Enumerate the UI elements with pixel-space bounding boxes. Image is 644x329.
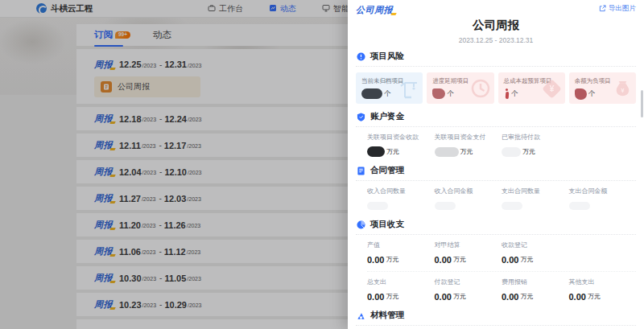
stat-label: 收入合同金额 (435, 187, 502, 195)
date-end: 11.26 (164, 220, 186, 230)
stat-field: 对甲结算 0.00万元 (435, 241, 502, 265)
stat-unit: 万元 (386, 147, 399, 156)
pie-chart-icon (356, 220, 365, 229)
stat-fields: 收入合同数量 收入合同金额 支出合同数量 支出合同金额 (356, 187, 636, 212)
stat-fields: 总支出 0.00万元 付款登记 0.00万元 费用报销 0.00万元 其他支出 … (356, 278, 636, 302)
stat-unit: 万元 (453, 255, 466, 264)
date-year: /2023 (187, 248, 201, 255)
stat-field: 支出合同金额 (569, 187, 637, 212)
weekly-report-logo: 周报 (94, 192, 113, 204)
count-badge: 99+ (115, 31, 130, 39)
date-year: /2023 (187, 274, 201, 282)
section-header: 项目收支 (356, 219, 636, 230)
stat-label: 付款登记 (435, 278, 502, 286)
date-year: /2023 (188, 301, 202, 308)
stat-label: 费用报销 (502, 278, 569, 286)
tab-subscriptions[interactable]: 订阅 99+ (94, 29, 130, 41)
stat-field: 收入合同金额 (435, 187, 502, 212)
section-header: 材料管理 (356, 310, 636, 321)
drawer-scrollbar[interactable] (641, 90, 643, 117)
stat-label: 支出合同数量 (502, 187, 569, 195)
stat-fields: 产值 0.00万元 对甲结算 0.00万元 收款登记 0.00万元 (356, 241, 636, 265)
stat-field: 关联项目资金支付 万元 (435, 133, 502, 158)
date-year: /2023 (142, 142, 156, 149)
company-weekly-logo: 公司周报 (356, 4, 393, 16)
weekly-report-logo: 周报 (94, 245, 113, 257)
divider (356, 234, 636, 235)
date-end: 12.31 (164, 60, 187, 69)
date-start: 11.27 (119, 194, 141, 204)
date-end: 11.12 (164, 247, 186, 257)
stat-label: 其他支出 (569, 278, 637, 286)
list-item-label: 公司周报 (118, 81, 150, 93)
stat-unit: 万元 (386, 292, 398, 301)
risk-card-unarchived: 当前未归档项目 个 (356, 72, 423, 104)
divider (356, 180, 636, 181)
nav-item-workbench[interactable]: 工作台 (208, 3, 243, 14)
date-separator: - (159, 141, 161, 150)
app-window: 斗栱云工程 工作台 动态 智能验收 新 (0, 0, 644, 329)
card-unit: 个 (588, 89, 596, 99)
stat-unit: 万元 (460, 147, 473, 156)
weekly-report-logo: 周报 (94, 139, 113, 151)
section-title: 材料管理 (370, 310, 404, 321)
export-label: 导出图片 (609, 4, 636, 14)
date-year: /2023 (187, 195, 201, 202)
date-separator: - (159, 167, 162, 176)
date-year: /2023 (142, 115, 157, 122)
section-title: 合同管理 (370, 165, 404, 176)
section-header: 项目风险 (356, 51, 636, 62)
risk-card-over-budget: 总成本超预算项目 个 ¥ (498, 72, 565, 104)
date-year: /2023 (142, 61, 157, 68)
date-end: 11.05 (164, 273, 186, 283)
activity-icon (269, 4, 277, 14)
tab-label: 动态 (153, 29, 171, 41)
stat-field: 关联项目资金收款 万元 (367, 133, 435, 158)
section-project-risk: 项目风险 当前未归档项目 个 进度延期项目 个 总成本超预算项目 (356, 51, 636, 104)
date-end: 12.03 (164, 194, 187, 204)
nav-item-activity[interactable]: 动态 (269, 3, 296, 14)
shield-icon (356, 112, 365, 121)
date-year: /2023 (142, 195, 156, 202)
divider (356, 126, 636, 127)
card-unit: 个 (447, 89, 454, 99)
stat-value: 0.00 (502, 255, 518, 265)
export-icon (599, 5, 606, 14)
money-bag-icon: ¥ (613, 79, 633, 102)
date-separator: - (159, 114, 162, 123)
stat-unit: 万元 (522, 147, 535, 156)
date-year: /2023 (187, 142, 201, 149)
list-item-company-weekly-selected[interactable]: 公司周报 (94, 76, 200, 97)
date-end: 12.10 (164, 167, 187, 177)
section-title: 项目风险 (370, 51, 404, 62)
stat-unit: 万元 (386, 255, 398, 264)
stat-label: 对甲结算 (435, 241, 502, 249)
stat-label: 收入合同数量 (367, 187, 435, 195)
risk-card-delayed: 进度延期项目 个 (427, 72, 493, 104)
stat-fields: 关联项目资金收款 万元 关联项目资金支付 万元 已审批待付款 万元 (356, 133, 636, 158)
weekly-report-logo: 周报 (94, 298, 113, 310)
contract-icon (356, 166, 365, 175)
stat-label: 总支出 (367, 278, 435, 286)
brand: 斗栱云工程 (36, 3, 93, 14)
tab-activity[interactable]: 动态 (153, 29, 171, 41)
date-year: /2023 (142, 168, 157, 175)
divider (356, 325, 636, 326)
date-year: /2023 (142, 301, 157, 308)
divider (367, 271, 636, 272)
stat-label: 产值 (367, 241, 435, 249)
divider (356, 66, 636, 67)
stat-field: 费用报销 0.00万元 (502, 278, 569, 302)
date-separator: - (159, 220, 161, 229)
censored-value (569, 202, 590, 210)
date-separator: - (159, 273, 162, 282)
stat-field: 产值 0.00万元 (367, 241, 435, 265)
section-material-management: 材料管理 采购订单数量 0个 采购订单金额 0.00万元 入库单金额 0.00万… (356, 310, 636, 329)
stat-value: 0.00 (569, 292, 586, 302)
stat-label: 支出合同金额 (569, 187, 637, 195)
active-tab-underline (94, 45, 123, 47)
stat-label: 收款登记 (502, 241, 569, 249)
weekly-report-logo: 周报 (94, 219, 113, 231)
stat-field: 其他支出 0.00万元 (569, 278, 637, 302)
export-image-button[interactable]: 导出图片 (599, 4, 636, 14)
